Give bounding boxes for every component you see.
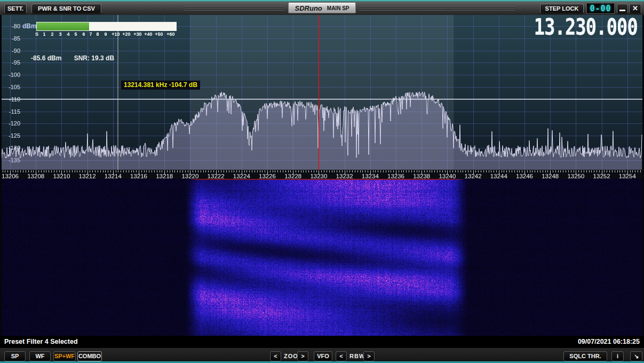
- meter-scale-label: +40: [144, 31, 152, 37]
- power-snr-readout: -85.6 dBm SNR: 19.3 dB: [31, 54, 114, 62]
- meter-scale-label: +30: [133, 31, 141, 37]
- titlebar-grip-left: [184, 6, 284, 11]
- squelch-threshold-button[interactable]: SQLC THR.: [563, 351, 607, 361]
- rbw-increase-button[interactable]: >: [363, 351, 375, 361]
- power-value: -85.6 dBm: [31, 54, 61, 62]
- s-meter-fill: [37, 22, 89, 30]
- panel-name: MAIN SP: [327, 5, 349, 11]
- settings-button[interactable]: SETT.: [4, 4, 27, 13]
- rbw-decrease-button[interactable]: <: [336, 351, 347, 361]
- waterfall-display[interactable]: [0, 179, 644, 336]
- meter-scale-label: +10: [112, 31, 120, 37]
- minimize-icon: [619, 10, 625, 11]
- meter-scale-label: 5: [74, 31, 77, 37]
- sp-wf-mode-button[interactable]: SP+WF: [53, 351, 76, 361]
- meter-scale-label: 9: [104, 31, 107, 37]
- s-meter: S123456789+10+20+30+40+50+60: [36, 22, 177, 37]
- sdruno-main-sp-window: SETT. PWR & SNR TO CSV SDRuno MAIN SP ST…: [0, 0, 644, 363]
- datetime-display: 09/07/2021 06:18:25: [578, 338, 640, 345]
- meter-scale-label: 6: [82, 31, 85, 37]
- app-logo: SDRuno: [295, 4, 322, 12]
- meter-scale-label: +50: [155, 31, 163, 37]
- meter-scale-label: 1: [43, 31, 45, 37]
- control-bar: SP WF SP+WF COMBO < ZOOM > VFO < RBW > S…: [0, 348, 644, 361]
- meter-scale-label: 8: [96, 31, 99, 37]
- zoom-in-button[interactable]: >: [297, 351, 308, 361]
- close-button[interactable]: ✕: [629, 4, 641, 13]
- meter-scale-label: +60: [166, 31, 174, 37]
- meter-scale-label: +20: [122, 31, 130, 37]
- step-lock-button[interactable]: STEP LOCK: [540, 4, 584, 13]
- meter-scale-label: 3: [59, 31, 61, 37]
- minimize-button[interactable]: [617, 4, 628, 13]
- info-button[interactable]: i: [611, 351, 624, 361]
- vfo-button[interactable]: VFO: [314, 351, 332, 361]
- s-meter-bar: [36, 22, 177, 31]
- combo-mode-button[interactable]: COMBO: [77, 351, 102, 361]
- status-bar: Preset Filter 4 Selected 09/07/2021 06:1…: [0, 336, 644, 348]
- zoom-out-button[interactable]: <: [270, 351, 281, 361]
- close-icon: ✕: [632, 4, 638, 12]
- title-bar[interactable]: SETT. PWR & SNR TO CSV SDRuno MAIN SP ST…: [0, 0, 644, 15]
- rbw-label: RBW: [349, 353, 365, 359]
- window-title: SDRuno MAIN SP: [288, 3, 356, 13]
- wf-mode-button[interactable]: WF: [29, 351, 51, 361]
- resize-arrow-icon: ↘: [634, 353, 639, 359]
- status-message: Preset Filter 4 Selected: [4, 338, 78, 345]
- snr-value: SNR: 19.3 dB: [74, 54, 114, 62]
- vfo-frequency-display: 13.230.000: [534, 15, 638, 38]
- s-meter-scale: S123456789+10+20+30+40+50+60: [36, 31, 177, 37]
- meter-scale-label: 2: [51, 31, 53, 37]
- titlebar-grip-right: [359, 6, 515, 11]
- window-top-accent: [0, 0, 644, 2]
- cursor-tooltip: 13214.381 kHz -104.7 dB: [121, 81, 200, 90]
- pwr-snr-csv-button[interactable]: PWR & SNR TO CSV: [31, 4, 101, 13]
- meter-scale-label: 7: [89, 31, 92, 37]
- meter-scale-label: 4: [67, 31, 69, 37]
- sp-mode-button[interactable]: SP: [4, 351, 26, 361]
- meter-scale-label: S: [35, 31, 38, 37]
- resize-handle-button[interactable]: ↘: [630, 351, 642, 361]
- step-size-display: 0-00: [586, 3, 615, 14]
